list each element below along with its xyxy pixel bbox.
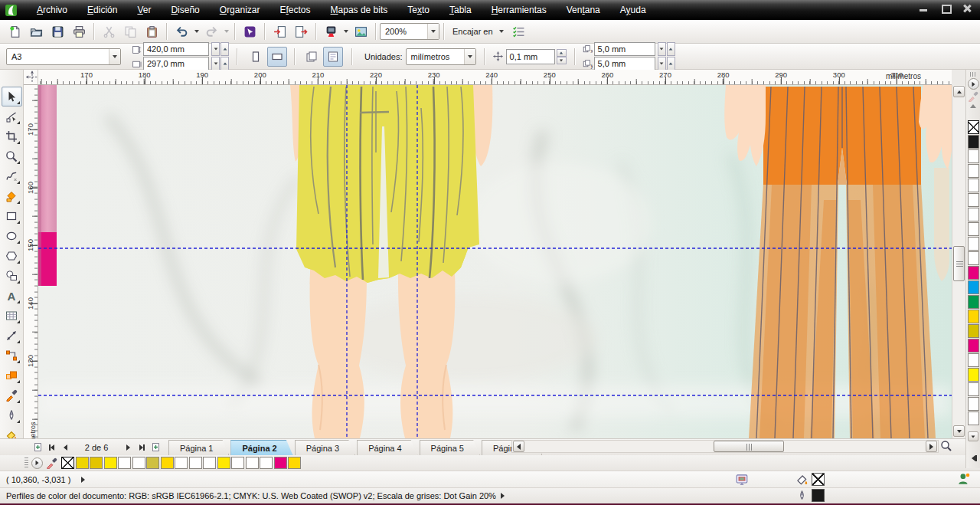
color-swatch[interactable] — [968, 412, 979, 425]
search-content-button[interactable] — [240, 22, 260, 41]
application-launcher-button[interactable] — [321, 22, 341, 41]
menu-item[interactable]: Herramientas — [482, 2, 557, 18]
color-swatch[interactable] — [968, 353, 979, 367]
welcome-screen-button[interactable] — [351, 22, 371, 41]
page-height-spinner[interactable] — [211, 57, 229, 71]
profiles-flyout[interactable] — [501, 493, 505, 499]
page-height-field[interactable]: 297,0 mm — [143, 57, 209, 71]
freehand-tool[interactable] — [2, 166, 22, 186]
nudge-field[interactable]: 0,1 mm — [506, 49, 555, 64]
palette-flyout[interactable] — [968, 78, 979, 90]
connector-tool[interactable] — [2, 346, 22, 366]
user-account-icon[interactable] — [957, 472, 971, 486]
paste-button[interactable] — [142, 22, 162, 41]
color-swatch[interactable] — [189, 457, 202, 469]
print-button[interactable] — [69, 22, 89, 41]
menu-item[interactable]: Texto — [397, 2, 439, 18]
first-page-button[interactable] — [44, 441, 58, 454]
coordinates-flyout[interactable] — [81, 477, 85, 483]
color-swatch[interactable] — [968, 251, 979, 265]
shape-tool[interactable] — [2, 107, 22, 126]
color-swatch[interactable] — [968, 222, 979, 236]
dimension-tool[interactable] — [2, 326, 22, 346]
table-tool[interactable] — [2, 306, 22, 326]
color-swatch[interactable] — [968, 266, 979, 280]
redo-dropdown[interactable] — [222, 22, 230, 41]
import-button[interactable] — [270, 22, 289, 41]
undo-button[interactable] — [172, 22, 191, 41]
page-tab[interactable]: Página 1 — [168, 440, 229, 456]
palette-eyedropper-icon[interactable] — [968, 91, 978, 102]
color-swatch[interactable] — [968, 237, 979, 251]
outline-pen-tool[interactable] — [2, 405, 22, 425]
application-launcher-dropdown[interactable] — [341, 22, 350, 41]
color-swatch[interactable] — [968, 193, 979, 207]
scroll-down-button[interactable] — [953, 425, 965, 437]
menu-item[interactable]: Mapas de bits — [321, 2, 398, 18]
color-swatch[interactable] — [274, 457, 287, 469]
horizontal-ruler[interactable]: 1701801902002102202302402502602702802903… — [38, 70, 952, 85]
page-width-field[interactable]: 420,0 mm — [143, 42, 209, 56]
add-page-end-button[interactable] — [149, 441, 162, 454]
options-button[interactable] — [509, 22, 529, 41]
color-swatch[interactable] — [118, 457, 131, 469]
blend-tool[interactable] — [2, 366, 22, 385]
color-swatch[interactable] — [968, 339, 979, 353]
outline-indicator-icon[interactable] — [796, 490, 808, 501]
page-tab[interactable]: Página 4 — [357, 440, 417, 456]
units-combo[interactable]: milímetros — [406, 48, 476, 65]
color-swatch[interactable] — [132, 457, 145, 469]
menu-item[interactable]: Diseño — [161, 2, 209, 18]
last-page-button[interactable] — [135, 441, 149, 454]
add-page-start-button[interactable] — [31, 441, 44, 454]
pick-tool[interactable] — [2, 87, 22, 107]
color-swatch[interactable] — [217, 457, 230, 469]
menu-item[interactable]: Ver — [127, 2, 161, 18]
page-tab[interactable]: Página 5 — [420, 440, 480, 456]
undo-dropdown[interactable] — [192, 22, 201, 41]
color-management-icon[interactable] — [735, 473, 749, 487]
export-button[interactable] — [291, 22, 311, 41]
color-swatch[interactable] — [968, 295, 979, 309]
color-swatch[interactable] — [203, 457, 216, 469]
duplicate-y-spinner[interactable] — [657, 57, 675, 71]
page-tab[interactable]: Página 2 — [230, 440, 292, 456]
cut-button[interactable] — [99, 22, 119, 41]
pink-fabric-strip[interactable] — [38, 85, 57, 286]
palette-scroll-down[interactable] — [968, 431, 978, 441]
duplicate-x-field[interactable]: 5,0 mm — [594, 42, 655, 56]
zoom-fit-button[interactable] — [940, 440, 953, 453]
color-swatch[interactable] — [968, 368, 979, 382]
menu-item[interactable]: Tabla — [439, 2, 482, 18]
polygon-tool[interactable] — [2, 246, 22, 266]
scroll-left-button[interactable] — [513, 441, 524, 452]
vertical-ruler[interactable]: 170160150140130 milímetros — [24, 85, 38, 455]
horizontal-scrollbar[interactable] — [511, 440, 939, 453]
page-preset-combo[interactable]: A3 — [6, 48, 121, 65]
duplicate-y-field[interactable]: 5,0 mm — [594, 57, 655, 71]
nudge-spinner[interactable] — [557, 49, 567, 64]
menu-item[interactable]: Ayuda — [610, 2, 656, 18]
page-width-spinner[interactable] — [211, 42, 229, 56]
color-swatch[interactable] — [968, 382, 979, 396]
color-swatch[interactable] — [90, 457, 103, 469]
color-swatch[interactable] — [968, 324, 979, 338]
copy-button[interactable] — [120, 22, 140, 41]
color-swatch[interactable] — [104, 457, 117, 469]
palette-expand-button[interactable] — [967, 451, 980, 465]
palette-grip[interactable] — [970, 72, 976, 77]
restore-button[interactable] — [940, 4, 951, 13]
landscape-button[interactable] — [267, 47, 287, 67]
menu-item[interactable]: Organizar — [210, 2, 270, 18]
color-swatch[interactable] — [968, 208, 979, 221]
scroll-up-button[interactable] — [953, 86, 965, 97]
minimize-button[interactable] — [919, 4, 929, 13]
zoom-level-dropdown[interactable] — [427, 24, 439, 39]
text-tool[interactable]: A — [2, 286, 22, 306]
color-swatch[interactable] — [968, 135, 979, 149]
document-palette-flyout[interactable] — [31, 457, 43, 469]
color-eyedropper-tool[interactable] — [2, 385, 22, 405]
ruler-origin[interactable] — [24, 70, 38, 85]
color-swatch[interactable] — [968, 280, 979, 294]
menu-item[interactable]: Efectos — [270, 2, 320, 18]
